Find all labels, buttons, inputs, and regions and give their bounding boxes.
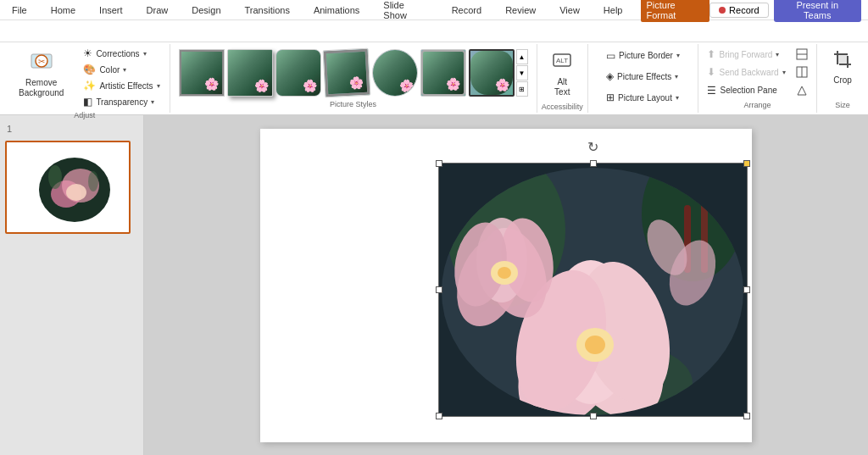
menu-draw[interactable]: Draw: [142, 3, 174, 17]
arrange-extra-1[interactable]: [792, 47, 812, 62]
picture-format-buttons: ▭ Picture Border ▾ ◈ Picture Effects ▾ ⊞…: [602, 46, 684, 108]
ribbon-group-arrange: ⬆ Bring Forward ▾ ⬇ Send Backward ▾ ☰ Se…: [698, 44, 817, 113]
slide-number: 1: [5, 122, 138, 136]
menu-design[interactable]: Design: [186, 3, 225, 17]
corrections-icon: ☀: [83, 47, 92, 59]
ribbon-group-accessibility: ALT Alt Text Accessibility: [537, 44, 588, 113]
transparency-label: Transparency: [96, 97, 147, 107]
ribbon-group-size: Crop Size: [817, 44, 868, 113]
alt-text-button[interactable]: ALT Alt Text: [547, 47, 577, 101]
menu-transitions[interactable]: Transitions: [240, 3, 295, 17]
menu-review[interactable]: Review: [500, 3, 541, 17]
menu-animations[interactable]: Animations: [309, 3, 364, 17]
transparency-button[interactable]: ◧ Transparency ▾: [79, 94, 164, 109]
menu-insert[interactable]: Insert: [94, 3, 128, 17]
alt-text-label: Alt Text: [554, 77, 570, 97]
selection-pane-icon: ☰: [707, 85, 716, 97]
slide-canvas: ↻: [260, 129, 752, 442]
ribbon-group-adjust: ✂ Remove Background ☀ Corrections ▾ 🎨 Co…: [0, 44, 170, 113]
send-backward-button[interactable]: ⬇ Send Backward ▾: [703, 64, 789, 80]
picture-layout-button[interactable]: ⊞ Picture Layout ▾: [602, 90, 684, 105]
menu-file[interactable]: File: [7, 3, 32, 17]
arrange-extra-buttons: [792, 46, 812, 99]
gallery-scroll-up[interactable]: ▲: [516, 49, 528, 64]
color-button[interactable]: 🎨 Color ▾: [79, 62, 164, 77]
slide-thumbnail[interactable]: [5, 141, 131, 234]
corrections-button[interactable]: ☀ Corrections ▾: [79, 46, 164, 61]
picture-style-4[interactable]: [322, 48, 370, 98]
arrange-extra-2[interactable]: [792, 64, 812, 80]
color-label: Color: [99, 65, 120, 75]
svg-point-43: [498, 267, 511, 279]
picture-style-2[interactable]: [227, 49, 273, 97]
rotate-handle[interactable]: ↻: [587, 139, 598, 155]
arrange-content: ⬆ Bring Forward ▾ ⬇ Send Backward ▾ ☰ Se…: [703, 46, 811, 99]
present-in-teams-button[interactable]: Present in Teams: [774, 0, 861, 22]
corrections-label: Corrections: [96, 49, 139, 58]
bring-forward-label: Bring Forward: [719, 50, 772, 59]
title-bar-actions: Record Present in Teams: [709, 0, 861, 22]
accessibility-content: ALT Alt Text: [547, 47, 577, 101]
canvas-area: ↻: [144, 115, 868, 455]
gallery-expand[interactable]: ⊞: [516, 81, 528, 97]
picture-style-3[interactable]: [275, 49, 321, 97]
menu-view[interactable]: View: [554, 3, 585, 17]
adjust-group-content: ✂ Remove Background ☀ Corrections ▾ 🎨 Co…: [5, 46, 164, 109]
alt-text-icon: ALT: [552, 51, 572, 75]
transparency-dropdown-icon: ▾: [151, 98, 154, 106]
svg-point-36: [585, 336, 605, 354]
record-label: Record: [729, 5, 759, 15]
crop-icon: [832, 49, 853, 74]
menu-help[interactable]: Help: [598, 3, 628, 17]
picture-format-content: ▭ Picture Border ▾ ◈ Picture Effects ▾ ⊞…: [602, 46, 684, 108]
picture-style-5[interactable]: [372, 49, 418, 97]
picture-effects-dropdown-icon: ▾: [675, 73, 678, 80]
picture-border-label: Picture Border: [619, 51, 673, 60]
corrections-dropdown-icon: ▾: [143, 50, 147, 58]
adjust-small-buttons: ☀ Corrections ▾ 🎨 Color ▾ ✨ Artistic Eff…: [79, 46, 164, 109]
picture-style-1[interactable]: [179, 49, 225, 97]
picture-layout-label: Picture Layout: [618, 93, 672, 103]
gallery-scroll-down[interactable]: ▼: [516, 65, 528, 80]
crop-label: Crop: [833, 75, 852, 85]
arrange-buttons: ⬆ Bring Forward ▾ ⬇ Send Backward ▾ ☰ Se…: [703, 46, 789, 99]
artistic-effects-dropdown-icon: ▾: [157, 82, 160, 90]
picture-border-dropdown-icon: ▾: [676, 52, 680, 59]
svg-rect-13: [837, 54, 848, 64]
bring-forward-dropdown-icon: ▾: [776, 51, 779, 58]
picture-effects-label: Picture Effects: [617, 72, 671, 81]
menu-picture-format[interactable]: Picture Format: [641, 0, 709, 22]
size-group-label: Size: [835, 99, 850, 111]
adjust-group-label: Adjust: [74, 109, 95, 121]
bring-forward-button[interactable]: ⬆ Bring Forward ▾: [703, 47, 789, 62]
menu-record[interactable]: Record: [447, 3, 487, 17]
svg-point-19: [48, 165, 62, 189]
ribbon-group-picture-styles: ▲ ▼ ⊞ Picture Styles: [170, 44, 537, 113]
remove-background-icon: ✂: [30, 49, 53, 76]
arrange-extra-3[interactable]: [792, 83, 812, 98]
record-button[interactable]: Record: [709, 3, 768, 18]
color-dropdown-icon: ▾: [123, 66, 126, 74]
selection-pane-button[interactable]: ☰ Selection Pane: [703, 83, 789, 98]
svg-text:ALT: ALT: [556, 57, 568, 64]
picture-style-7[interactable]: [469, 49, 515, 97]
selection-pane-label: Selection Pane: [720, 86, 776, 95]
title-bar: File Home Insert Draw Design Transitions…: [0, 0, 868, 20]
picture-border-button[interactable]: ▭ Picture Border ▾: [602, 48, 684, 64]
ribbon: ✂ Remove Background ☀ Corrections ▾ 🎨 Co…: [0, 42, 868, 115]
flower-image-container[interactable]: ↻: [438, 163, 748, 417]
picture-effects-button[interactable]: ◈ Picture Effects ▾: [602, 69, 684, 84]
picture-layout-icon: ⊞: [606, 92, 615, 103]
main-area: 1 ↻: [0, 115, 868, 455]
remove-background-button[interactable]: ✂ Remove Background: [5, 46, 77, 102]
picture-style-6[interactable]: [420, 49, 466, 97]
picture-effects-icon: ◈: [606, 70, 614, 82]
menu-slideshow[interactable]: Slide Show: [378, 0, 432, 22]
svg-point-18: [66, 184, 86, 201]
artistic-effects-button[interactable]: ✨ Artistic Effects ▾: [79, 78, 164, 93]
menu-home[interactable]: Home: [46, 3, 81, 17]
send-backward-dropdown-icon: ▾: [782, 69, 786, 76]
crop-button[interactable]: Crop: [827, 46, 858, 88]
accessibility-label: Accessibility: [542, 101, 583, 113]
transparency-icon: ◧: [83, 96, 92, 108]
